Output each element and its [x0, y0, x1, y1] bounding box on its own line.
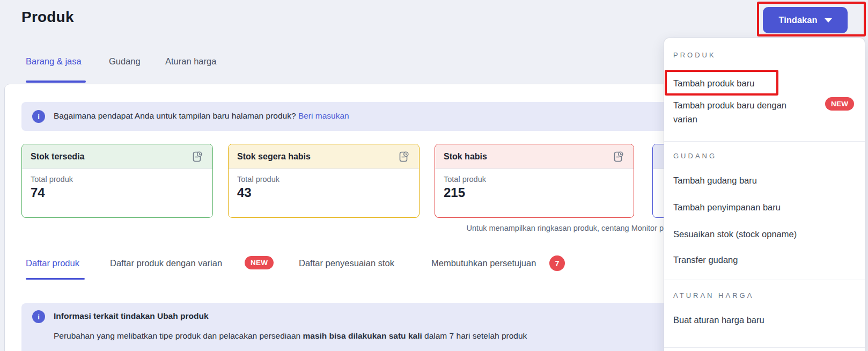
- card-stok-segera-habis: Stok segera habis Total produk 43: [228, 144, 420, 218]
- card-label: Total produk: [444, 175, 625, 184]
- caret-down-icon: [825, 18, 832, 23]
- info-icon: i: [32, 110, 45, 123]
- tab-daftar-produk-varian[interactable]: Daftar produk dengan varian: [110, 258, 222, 268]
- edit-info-title: Informasi terkait tindakan Ubah produk: [54, 311, 209, 321]
- card-label: Total produk: [237, 175, 410, 184]
- tindakan-dropdown-menu: PRODUK Tambah produk baru Tambah produk …: [664, 38, 865, 351]
- card-title: Stok habis: [444, 152, 487, 162]
- edit-info-text: dalam 7 hari setelah produk: [422, 331, 527, 340]
- edit-info-text: Perubahan yang melibatkan tipe produk da…: [54, 331, 303, 340]
- tab-daftar-produk[interactable]: Daftar produk: [26, 258, 79, 268]
- product-page: Produk Barang & jasa Gudang Aturan harga…: [0, 0, 868, 351]
- approval-count-badge: 7: [549, 255, 565, 271]
- tindakan-label: Tindakan: [778, 15, 817, 25]
- monitor-note: Untuk menampilkan ringkasan produk, cent…: [215, 224, 671, 232]
- active-subtab-underline: [26, 278, 85, 280]
- new-badge: NEW: [825, 97, 854, 111]
- new-badge: NEW: [245, 256, 274, 269]
- tab-daftar-penyesuaian-stok[interactable]: Daftar penyesuaian stok: [299, 258, 394, 268]
- info-icon: i: [32, 310, 45, 323]
- card-value: 215: [444, 185, 625, 200]
- menu-item-buat-aturan-harga[interactable]: Buat aturan harga baru: [673, 313, 764, 327]
- feedback-text: Bagaimana pendapat Anda untuk tampilan b…: [54, 111, 296, 120]
- menu-section-gudang: GUDANG: [673, 152, 717, 160]
- tab-aturan-harga[interactable]: Aturan harga: [165, 56, 216, 67]
- menu-item-transfer-gudang[interactable]: Transfer gudang: [673, 253, 738, 267]
- menu-item-tambah-produk-varian[interactable]: Tambah produk baru dengan varian: [673, 98, 810, 126]
- card-value: 74: [31, 185, 204, 200]
- card-stok-habis: Stok habis Total produk 215: [435, 144, 634, 218]
- edit-info-bold: masih bisa dilakukan satu kali: [303, 331, 422, 340]
- tab-membutuhkan-persetujuan[interactable]: Membutuhkan persetujuan: [431, 258, 536, 268]
- menu-divider: [664, 141, 865, 142]
- card-value: 43: [237, 185, 410, 200]
- tab-gudang[interactable]: Gudang: [109, 56, 141, 67]
- menu-item-tambah-gudang[interactable]: Tambah gudang baru: [673, 173, 757, 187]
- menu-section-produk: PRODUK: [673, 51, 716, 59]
- stock-report-icon[interactable]: [612, 150, 625, 163]
- menu-item-tambah-penyimpanan[interactable]: Tambah penyimpanan baru: [673, 200, 781, 214]
- stock-report-icon[interactable]: [398, 150, 410, 163]
- tab-barang-jasa[interactable]: Barang & jasa: [26, 56, 82, 67]
- card-stok-tersedia: Stok tersedia Total produk 74: [21, 144, 213, 218]
- menu-divider: [664, 280, 865, 280]
- page-title: Produk: [21, 9, 74, 26]
- stock-report-icon[interactable]: [191, 150, 204, 163]
- card-label: Total produk: [31, 175, 204, 184]
- card-title: Stok tersedia: [31, 152, 84, 162]
- feedback-link[interactable]: Beri masukan: [298, 111, 349, 120]
- menu-divider: [664, 347, 865, 348]
- feedback-banner-text: Bagaimana pendapat Anda untuk tampilan b…: [54, 111, 349, 121]
- active-tab-underline: [26, 81, 86, 83]
- edit-info-body: Perubahan yang melibatkan tipe produk da…: [54, 331, 527, 341]
- tindakan-button[interactable]: Tindakan: [763, 7, 848, 33]
- menu-section-aturan-harga: ATURAN HARGA: [673, 291, 754, 299]
- card-title: Stok segera habis: [237, 152, 311, 162]
- menu-item-sesuaikan-stok[interactable]: Sesuaikan stok (stock opname): [673, 227, 797, 241]
- menu-item-tambah-produk-baru[interactable]: Tambah produk baru: [673, 72, 754, 94]
